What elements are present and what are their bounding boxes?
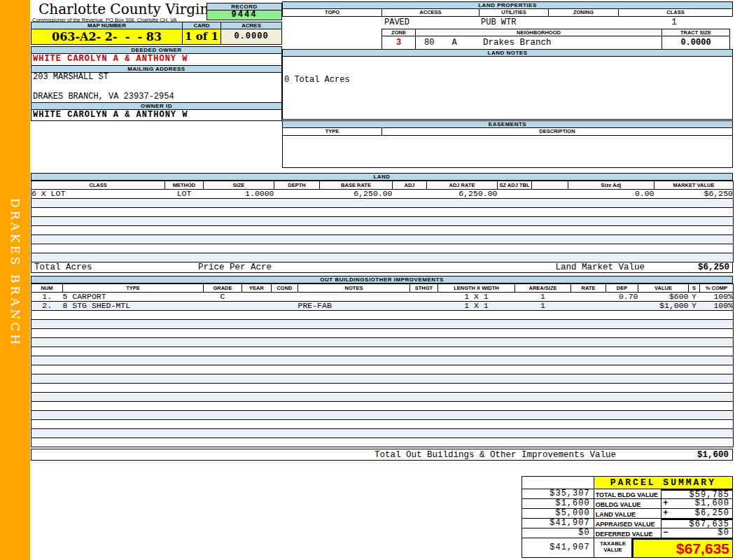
outb-col-rate: RATE (571, 284, 606, 293)
outb-grade (204, 302, 242, 311)
neighborhood-name: Drakes Branch (483, 38, 552, 48)
address-line-1: 203 MARSHALL ST (31, 73, 281, 83)
row-value: $59,785 (690, 491, 729, 498)
land-properties-value-row: PAVED PUB WTR 1 (282, 17, 733, 29)
out-buildings-table: NUM TYPE GRADE YEAR COND NOTES STHGT LEN… (31, 284, 734, 447)
outb-cond (272, 293, 298, 302)
topo-label: TOPO (282, 9, 382, 17)
outb-col-cond: COND (272, 284, 298, 293)
outb-area-size: 1 (515, 293, 571, 302)
row-op: + (663, 509, 668, 518)
outb-empty-row (31, 347, 734, 356)
outb-empty-row (31, 338, 734, 347)
land-blank-value (532, 190, 568, 199)
out-buildings-title: OUT BUILDINGS/OTHER IMPROVEMENTS (31, 276, 733, 284)
prior-value: $41,907 (522, 519, 594, 528)
outb-col-s: S (689, 284, 700, 293)
taxable-value-label: TAXABLE VALUE (594, 538, 633, 558)
outb-notes: PRE-FAB (298, 302, 410, 311)
tract-size-value: 0.0000 (662, 36, 730, 50)
land-col-size-adj: Size Adj (568, 181, 654, 190)
taxable-value: $67,635 (632, 538, 733, 558)
land-table-header-row: CLASS METHOD SIZE DEPTH BASE RATE ADJ AD… (31, 181, 734, 190)
summary-row-land: $5,000 LAND VALUE +$6,250 (522, 509, 733, 519)
land-empty-row (31, 208, 734, 217)
land-col-size: SIZE (204, 181, 274, 190)
map-header-row: MAP NUMBER CARD ACRES (31, 22, 282, 29)
price-per-acre-label: Price Per Acre (198, 262, 555, 272)
land-notes-body: 0 Total Acres (282, 57, 733, 120)
outb-rate (571, 293, 606, 302)
land-col-class: CLASS (31, 181, 165, 190)
sidebar: DRAKES BRANCH (0, 0, 30, 560)
prior-value: $5,000 (522, 509, 594, 519)
out-buildings-header-row: NUM TYPE GRADE YEAR COND NOTES STHGT LEN… (31, 284, 734, 293)
land-col-adj: ADJ (393, 181, 427, 190)
class-label: CLASS (618, 9, 733, 17)
access-value: PAVED (384, 17, 410, 28)
land-col-adj-rate: ADJ RATE (427, 181, 498, 190)
summary-row-appraised: $41,907 APPRAISED VALUE $67,635 (522, 519, 733, 528)
record-value: 9444 (206, 10, 282, 20)
neighborhood-code: 80 (424, 38, 434, 48)
map-number-table: MAP NUMBER CARD ACRES 063-A2- 2- - - 83 … (31, 22, 282, 45)
property-record-card: DRAKES BRANCH Charlotte County Virginia … (0, 0, 735, 560)
outb-col-pct-comp: % COMP (700, 284, 734, 293)
parcel-summary-title-row: PARCEL SUMMARY (522, 477, 733, 489)
land-empty-row (31, 235, 734, 244)
out-buildings-total-row: Total Out Buildings & Other Improvements… (31, 449, 733, 461)
outb-sthgt (410, 293, 438, 302)
owner-panel: DEEDED OWNER WHITE CAROLYN A & ANTHONY W… (31, 46, 282, 121)
outb-cond (272, 302, 298, 311)
row-value: $6,250 (695, 509, 729, 518)
land-col-sz-adj-tbl: SZ ADJ TBL (498, 181, 532, 190)
acres-value: 0.0000 (220, 29, 282, 45)
deeded-owner-label: DEEDED OWNER (31, 46, 282, 54)
parcel-summary-corner-cell (522, 477, 594, 489)
land-empty-row (31, 253, 734, 262)
land-col-depth: DEPTH (274, 181, 320, 190)
record-box: RECORD 9444 (206, 3, 282, 20)
outb-type: 8 STG SHED-MTL (63, 302, 204, 311)
prior-value: $0 (522, 528, 594, 538)
outb-empty-row (31, 402, 734, 411)
outb-col-type: TYPE (63, 284, 204, 293)
outb-empty-row (31, 365, 734, 374)
tract-size-label: TRACT SIZE (662, 29, 730, 36)
out-buildings-section: OUT BUILDINGS/OTHER IMPROVEMENTS NUM TYP… (31, 276, 733, 447)
land-notes-section: LAND NOTES 0 Total Acres (282, 49, 733, 120)
outb-col-notes: NOTES (298, 284, 410, 293)
outb-grade: C (204, 293, 242, 302)
land-sz-adj-tbl-value (498, 190, 532, 199)
access-label: ACCESS (382, 9, 479, 17)
land-table: CLASS METHOD SIZE DEPTH BASE RATE ADJ AD… (31, 181, 734, 262)
out-buildings-total-label: Total Out Buildings & Other Improvements… (374, 450, 616, 460)
parcel-summary-title: PARCEL SUMMARY (594, 477, 733, 489)
outb-s-flag: Y (689, 293, 700, 302)
prior-value: $35,307 (522, 489, 594, 499)
prior-value: $1,600 (522, 499, 594, 509)
out-buildings-total-value: $1,600 (616, 450, 732, 460)
neighborhood-sub: A (452, 38, 457, 48)
land-market-value-label: Land Market Value (555, 262, 645, 272)
card-label: CARD (182, 22, 220, 29)
acres-label: ACRES (220, 22, 282, 29)
land-notes-text: 0 Total Acres (284, 75, 350, 85)
land-method-value: LOT (165, 190, 204, 199)
land-col-market-value: MARKET VALUE (654, 181, 734, 190)
map-value-row: 063-A2- 2- - - 83 1 of 1 0.0000 (31, 29, 282, 45)
land-market-value-total: $6,250 (676, 262, 732, 272)
outb-empty-row (31, 329, 734, 338)
outb-dep: 0.70 (606, 293, 638, 302)
land-empty-row (31, 199, 734, 208)
outb-s-flag: Y (689, 302, 700, 311)
out-building-row: 2. 8 STG SHED-MTL PRE-FAB 1 X 1 1 $1,000… (31, 302, 734, 311)
land-empty-row (31, 244, 734, 253)
land-properties-title: LAND PROPERTIES (282, 1, 733, 9)
row-value: $1,600 (695, 499, 729, 508)
zoning-label: ZONING (548, 9, 618, 17)
land-col-method: METHOD (165, 181, 204, 190)
land-properties-header-row: TOPO ACCESS UTILITIES ZONING CLASS (282, 9, 733, 17)
row-value: $0 (718, 528, 729, 538)
address-line-blank (31, 83, 281, 92)
